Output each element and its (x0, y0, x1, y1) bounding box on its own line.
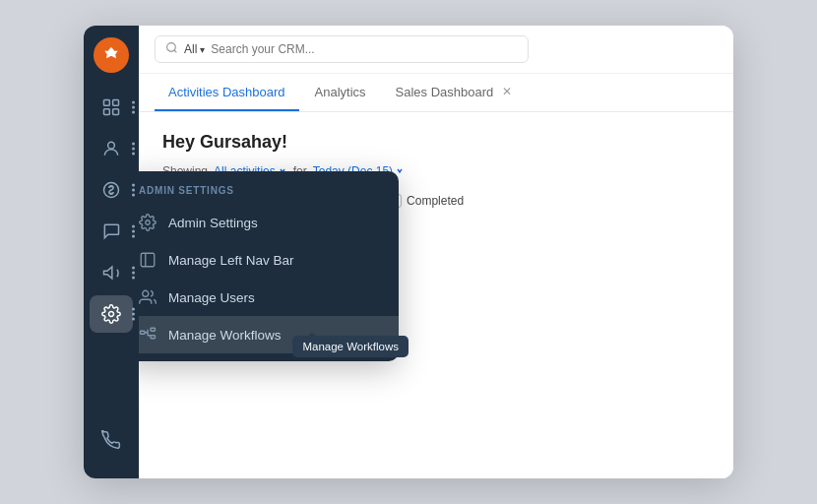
app-logo[interactable] (94, 37, 129, 73)
svg-point-7 (167, 43, 176, 52)
tab-analytics[interactable]: Analytics (301, 75, 380, 111)
dropdown-section-title: ADMIN SETTINGS (139, 185, 399, 204)
search-chevron-icon: ▾ (200, 44, 205, 55)
topbar: All ▾ (139, 26, 733, 74)
dropdown-item-admin-settings[interactable]: Admin Settings (139, 204, 399, 241)
svg-point-8 (146, 220, 151, 225)
svg-rect-9 (141, 253, 155, 267)
svg-rect-3 (113, 109, 119, 115)
workflows-tooltip: Manage Workflows (292, 336, 408, 357)
tab-sales-dashboard[interactable]: Sales Dashboard ✕ (382, 74, 530, 111)
page-content: Hey Gursahay! Showing All activities for… (139, 112, 733, 478)
svg-point-4 (108, 142, 115, 149)
svg-rect-14 (151, 336, 156, 339)
admin-settings-dropdown: ADMIN SETTINGS Admin Settings Manage (139, 171, 399, 361)
search-all-dropdown[interactable]: All ▾ (184, 42, 205, 56)
workflows-icon (139, 326, 157, 344)
dropdown-item-left-nav[interactable]: Manage Left Nav Bar (139, 241, 399, 279)
svg-rect-1 (113, 100, 119, 106)
search-input[interactable] (211, 42, 518, 56)
search-icon (165, 40, 178, 58)
tab-close-sales[interactable]: ✕ (499, 84, 515, 99)
search-all-label: All (184, 42, 197, 56)
sidebar-item-deals[interactable] (90, 171, 133, 209)
filter-completed[interactable]: Completed (388, 194, 464, 208)
sidebar-item-contacts[interactable] (90, 130, 133, 167)
greeting: Hey Gursahay! (162, 132, 710, 153)
sidebar-item-megaphone[interactable] (90, 254, 133, 291)
sidebar-nav (90, 89, 133, 421)
dropdown-item-users[interactable]: Manage Users (139, 279, 399, 316)
svg-point-11 (143, 290, 149, 296)
users-icon (139, 288, 157, 306)
sidebar-bottom (90, 421, 133, 467)
svg-rect-0 (104, 100, 110, 106)
svg-rect-12 (141, 331, 146, 334)
sidebar (84, 26, 139, 478)
nav-bar-icon (139, 251, 157, 269)
svg-rect-2 (104, 109, 110, 115)
sidebar-item-settings[interactable] (90, 295, 133, 333)
gear-icon (139, 214, 157, 231)
dropdown-item-workflows[interactable]: Manage Workflows Manage Workflows (139, 316, 399, 353)
tab-activities-dashboard[interactable]: Activities Dashboard (155, 75, 299, 111)
svg-rect-13 (151, 328, 156, 331)
sidebar-item-messages[interactable] (90, 213, 133, 250)
sidebar-item-dashboard[interactable] (90, 89, 133, 126)
tabs-bar: Activities Dashboard Analytics Sales Das… (139, 74, 733, 112)
sidebar-item-phone[interactable] (90, 421, 133, 459)
main-content: All ▾ Activities Dashboard Analytics Sal… (139, 26, 733, 478)
search-bar[interactable]: All ▾ (155, 35, 529, 63)
svg-point-6 (109, 312, 114, 317)
